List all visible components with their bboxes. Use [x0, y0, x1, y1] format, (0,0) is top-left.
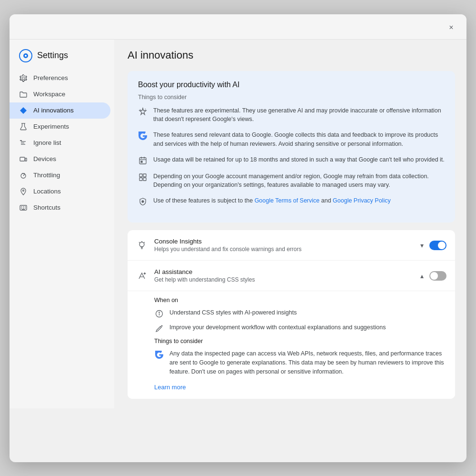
svg-point-11: [23, 190, 24, 191]
sidebar-label-ignore-list: Ignore list: [33, 139, 61, 146]
expanded-item-text-workflow: Improve your development workflow with c…: [169, 323, 386, 332]
ai-star-icon: [138, 107, 148, 116]
console-insights-chevron[interactable]: ▾: [420, 242, 424, 249]
shield-icon: [138, 197, 148, 206]
content-area: Settings Preferences: [10, 40, 466, 409]
info-item-org: Depending on your Google account managem…: [138, 172, 445, 190]
svg-rect-8: [20, 157, 25, 161]
console-insights-info: Console Insights Helps you understand an…: [154, 238, 414, 253]
info-item-experimental: These features are experimental. They us…: [138, 106, 445, 124]
console-insights-name: Console Insights: [154, 238, 414, 245]
expanded-item-text-css: Understand CSS styles with AI-powered in…: [169, 308, 297, 317]
info-item-text-tos: Use of these features is subject to the …: [153, 196, 391, 205]
svg-point-33: [159, 312, 159, 312]
console-insights-controls: ▾: [420, 241, 446, 250]
ai-assistance-expanded: When on Understand CSS styles with AI-po…: [128, 291, 455, 399]
console-insights-desc: Helps you understand and fix console war…: [154, 246, 414, 253]
info-item-text-experimental: These features are experimental. They us…: [153, 106, 445, 124]
when-on-label: When on: [154, 297, 446, 304]
google-tos-link[interactable]: Google Terms of Service: [255, 197, 320, 204]
features-card: Console Insights Helps you understand an…: [128, 230, 455, 399]
info-item-text-org: Depending on your Google account managem…: [153, 172, 445, 190]
sidebar-item-preferences[interactable]: Preferences: [10, 70, 110, 86]
page-title: AI innovations: [128, 49, 455, 61]
info-item-google-data: These features send relevant data to Goo…: [138, 131, 445, 149]
console-insights-toggle[interactable]: [429, 241, 446, 250]
svg-rect-25: [139, 174, 142, 177]
ai-assistance-info: AI assistance Get help with understandin…: [154, 268, 414, 283]
learn-more-link[interactable]: Learn more: [154, 384, 186, 391]
sidebar-label-throttling: Throttling: [33, 172, 60, 179]
sidebar-label-experiments: Experiments: [33, 123, 69, 130]
sidebar-item-ai-innovations[interactable]: AI innovations: [10, 102, 110, 119]
expanded-item-css-insights: Understand CSS styles with AI-powered in…: [154, 308, 446, 318]
info-card: Boost your productivity with AI Things t…: [128, 71, 455, 223]
ai-assistance-row: AI assistance Get help with understandin…: [128, 261, 455, 291]
sidebar-label-preferences: Preferences: [33, 74, 68, 81]
ai-assistance-controls: ▴: [420, 271, 446, 281]
pencil-star-icon: [154, 324, 164, 333]
svg-rect-9: [25, 158, 27, 161]
settings-window: × Settings P: [10, 14, 466, 462]
info-item-text-google-data: These features send relevant data to Goo…: [153, 131, 445, 149]
gear-icon: [19, 74, 28, 82]
info-card-title: Boost your productivity with AI: [138, 81, 445, 89]
ai-assistance-desc: Get help with understanding CSS styles: [154, 276, 414, 283]
google-g-icon: [138, 131, 148, 141]
svg-point-10: [21, 173, 26, 178]
ai-assistance-chevron[interactable]: ▴: [420, 272, 424, 280]
sidebar-label-devices: Devices: [33, 155, 56, 162]
sidebar-item-shortcuts[interactable]: Shortcuts: [10, 200, 110, 216]
google-g-small-icon: [154, 350, 164, 359]
lightbulb-icon: [136, 240, 148, 251]
info-card-subtitle: Things to consider: [138, 94, 445, 101]
grid-icon: [138, 172, 148, 182]
things-to-consider-label: Things to consider: [154, 338, 446, 344]
info-circle-icon: [154, 309, 164, 318]
sidebar-item-ignore-list[interactable]: Ignore list: [10, 135, 110, 151]
google-privacy-link[interactable]: Google Privacy Policy: [333, 197, 391, 204]
expanded-item-workflow: Improve your development workflow with c…: [154, 323, 446, 333]
info-item-tos: Use of these features is subject to the …: [138, 196, 445, 206]
console-insights-row: Console Insights Helps you understand an…: [128, 230, 455, 261]
devtools-logo-icon: [19, 49, 32, 62]
devices-icon: [19, 155, 28, 163]
sidebar-item-throttling[interactable]: Throttling: [10, 167, 110, 183]
close-button[interactable]: ×: [446, 22, 457, 33]
diamond-icon: [19, 106, 28, 115]
svg-point-30: [139, 242, 144, 247]
svg-marker-3: [20, 107, 27, 114]
keyboard-icon: [19, 203, 28, 212]
sidebar-item-locations[interactable]: Locations: [10, 183, 110, 200]
svg-point-29: [142, 201, 144, 203]
location-icon: [19, 187, 28, 196]
sidebar-item-experiments[interactable]: Experiments: [10, 119, 110, 135]
title-bar: ×: [10, 14, 466, 40]
sidebar-title: Settings: [37, 51, 68, 61]
ai-assistance-name: AI assistance: [154, 268, 414, 275]
expanded-item-google-data: Any data the inspected page can access v…: [154, 349, 446, 376]
calendar-icon: [138, 156, 148, 165]
sidebar-label-workspace: Workspace: [33, 91, 65, 98]
svg-rect-24: [141, 161, 142, 162]
svg-rect-20: [139, 158, 146, 164]
svg-rect-26: [143, 174, 146, 177]
sidebar-item-workspace[interactable]: Workspace: [10, 86, 110, 102]
sidebar-label-locations: Locations: [33, 188, 61, 195]
folder-icon: [19, 90, 28, 99]
info-item-text-retention: Usage data will be retained for up to 18…: [153, 155, 445, 164]
sidebar-item-devices[interactable]: Devices: [10, 151, 110, 167]
ai-assistance-toggle[interactable]: [429, 271, 446, 281]
sidebar-label-ai-innovations: AI innovations: [33, 107, 74, 114]
expanded-item-text-google-data: Any data the inspected page can access v…: [169, 349, 446, 376]
throttle-icon: [19, 171, 28, 180]
main-content: AI innovations Boost your productivity w…: [114, 40, 466, 409]
svg-rect-28: [143, 178, 146, 181]
sidebar-label-shortcuts: Shortcuts: [33, 204, 60, 211]
info-item-retention: Usage data will be retained for up to 18…: [138, 155, 445, 165]
sidebar-header: Settings: [10, 45, 114, 70]
flask-icon: [19, 122, 28, 131]
sidebar: Settings Preferences: [10, 40, 114, 409]
svg-point-2: [25, 55, 27, 57]
svg-rect-27: [139, 178, 142, 181]
